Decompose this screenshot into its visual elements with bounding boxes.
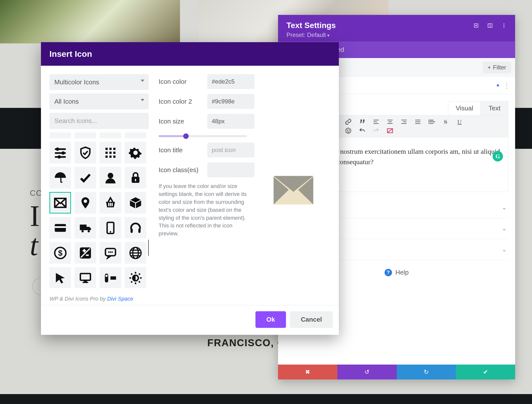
svg-point-41 [347,130,348,130]
insert-icon-left-column: Multicolor Icons All Icons [49,74,149,288]
globe-icon[interactable] [125,242,146,264]
gear-icon[interactable] [125,142,146,163]
icon-color2-input[interactable] [207,94,254,109]
speech-icon[interactable] [100,242,121,264]
ok-button[interactable]: Ok [255,311,286,328]
plus-icon: + [488,64,491,71]
icon-grid-scrollbar[interactable] [148,239,149,256]
quote-icon[interactable] [359,118,366,125]
align-left-icon[interactable] [373,118,380,125]
icon-search-input[interactable] [49,113,149,129]
icon-color-input[interactable] [207,74,254,89]
editor-tab-visual[interactable]: Visual [448,101,481,115]
footer-undo-button[interactable]: ↺ [337,365,397,379]
grammarly-badge[interactable]: G [493,151,503,161]
footer-cancel-button[interactable]: ✖ [278,365,337,379]
tablet-icon[interactable] [100,217,121,239]
plusminus-icon[interactable] [74,242,96,264]
close-icon: ✖ [305,369,310,375]
text-settings-header-actions [473,23,507,28]
undo-icon[interactable] [359,127,366,134]
svg-rect-24 [388,123,393,124]
underline-icon[interactable]: U [456,118,463,125]
icon-cell-partial[interactable] [49,132,71,138]
text-settings-header: Text Settings Preset: Default [278,15,515,41]
icon-class-input[interactable] [207,162,254,177]
icon-size-slider[interactable] [159,135,247,137]
mail-icon[interactable] [49,192,71,214]
shield-check-icon[interactable] [74,142,96,163]
icon-size-input[interactable] [207,114,254,129]
redo-icon[interactable] [373,127,380,134]
link-icon[interactable] [345,118,352,125]
text-settings-title: Text Settings [286,21,336,30]
strikethrough-icon[interactable]: S [442,118,449,125]
fullscreen-icon[interactable] [473,23,479,28]
svg-rect-22 [388,120,393,120]
icon-grid [49,132,149,288]
map-pin-icon[interactable] [74,192,96,214]
toggle-icon[interactable] [100,267,121,288]
cancel-button[interactable]: Cancel [290,311,333,328]
help-icon: ? [385,269,392,276]
check-icon: ✔ [483,369,488,375]
sliders-icon[interactable] [49,142,71,163]
align-right-icon[interactable] [400,118,407,125]
footer-redo-button[interactable]: ↻ [397,365,456,379]
truck-icon[interactable] [74,217,96,239]
basket-icon[interactable] [100,192,121,214]
filter-button[interactable]: + Filter [483,62,511,73]
more-options-icon[interactable] [501,23,507,28]
check-icon[interactable] [74,167,96,188]
footer-confirm-button[interactable]: ✔ [456,365,515,379]
svg-rect-26 [403,122,407,122]
insert-icon-title: Insert Icon [41,42,339,66]
grid-calendar-icon[interactable] [100,142,121,163]
icon-style-select[interactable]: Multicolor Icons [49,74,149,90]
icon-class-label: Icon class(es) [159,166,201,174]
bg-photo-left [0,0,180,43]
user-icon[interactable] [100,167,121,188]
svg-rect-23 [388,122,392,122]
svg-point-6 [503,27,504,28]
brightness-icon[interactable] [125,267,146,288]
icon-cell-partial[interactable] [74,132,96,138]
icon-size-label: Icon size [159,118,201,125]
svg-rect-28 [415,120,421,120]
umbrella-icon[interactable] [49,167,71,188]
icon-cell-partial[interactable] [100,132,121,138]
cursor-icon[interactable] [49,267,71,288]
credit-link[interactable]: Divi Space [107,296,133,302]
slider-fill [159,135,185,137]
insert-icon-button[interactable] [387,127,393,134]
svg-rect-21 [374,123,379,124]
lock-icon[interactable] [125,167,146,188]
insert-icon-credit: WP & Divi Icons Pro by Divi Space [41,293,339,305]
help-label: Help [395,269,409,276]
editor-tab-text[interactable]: Text [481,101,508,115]
credit-card-icon[interactable] [49,217,71,239]
headphones-icon[interactable] [125,217,146,239]
align-center-icon[interactable] [387,118,393,125]
preset-dropdown[interactable]: Preset: Default [286,31,507,38]
icon-cell-partial[interactable] [125,132,146,138]
insert-icon-body: Multicolor Icons All Icons Icon color Ic [41,66,339,293]
icon-help-text: If you leave the color and/or size setti… [159,182,248,238]
icon-title-input[interactable] [207,143,254,157]
dollar-circle-icon[interactable] [49,242,71,264]
svg-rect-25 [401,120,407,120]
svg-rect-30 [415,123,421,124]
section-more-icon[interactable]: ⋮ [503,81,510,90]
emoji-icon[interactable] [345,127,352,134]
chevron-down-icon: ⌄ [502,225,507,232]
table-icon[interactable]: ▾ [428,118,435,125]
slider-knob[interactable] [183,133,189,139]
monitor-icon[interactable] [74,267,96,288]
filter-label: Filter [493,64,506,71]
collapse-up-icon[interactable]: ▴ [497,81,499,90]
box-icon[interactable] [125,192,146,214]
icon-category-select[interactable]: All Icons [49,93,149,109]
align-justify-icon[interactable] [414,118,421,125]
svg-rect-29 [415,122,421,122]
split-view-icon[interactable] [487,23,493,28]
